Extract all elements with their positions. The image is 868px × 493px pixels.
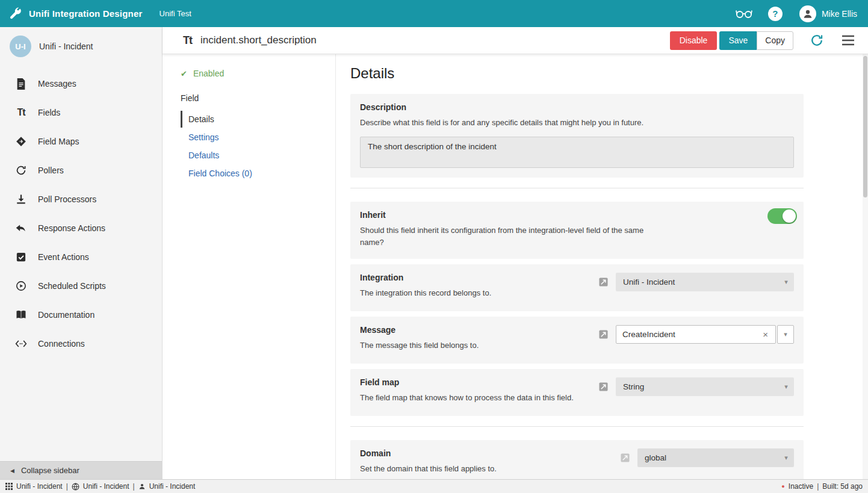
integration-field-card: Integration The integration this record … <box>350 264 804 311</box>
separator: | <box>133 482 135 491</box>
subnav-item-defaults[interactable]: Defaults <box>181 147 335 164</box>
integration-label: Integration <box>360 273 599 282</box>
built-label: Built: 5d ago <box>822 482 863 491</box>
status-link-label: Unifi - Incident <box>83 482 129 491</box>
record-subnav: ✔ Enabled Field Details Settings Default… <box>163 54 336 479</box>
record-title: incident.short_description <box>200 34 317 46</box>
sidebar-item-connections[interactable]: Connections <box>0 329 162 358</box>
integration-header[interactable]: U-I Unifi - Incident <box>0 27 162 64</box>
documentation-icon <box>15 309 27 320</box>
sidebar-item-response-actions[interactable]: Response Actions <box>0 214 162 243</box>
status-link-user[interactable]: Unifi - Incident <box>138 482 196 491</box>
field-maps-icon <box>15 136 27 147</box>
glasses-icon[interactable] <box>736 8 752 19</box>
sidebar-item-label: Documentation <box>38 310 95 320</box>
vertical-scrollbar <box>863 54 868 479</box>
description-field-card: Description Describe what this field is … <box>350 94 804 178</box>
sidebar-item-label: Field Maps <box>38 137 79 146</box>
sidebar-item-scheduled-scripts[interactable]: Scheduled Scripts <box>0 271 162 300</box>
section-divider <box>350 188 804 188</box>
fields-icon: Tt <box>15 107 27 118</box>
domain-value: global <box>645 453 666 462</box>
message-value: CreateIncident <box>622 330 675 339</box>
clear-icon[interactable]: × <box>761 329 769 340</box>
sidebar-item-fields[interactable]: Tt Fields <box>0 98 162 127</box>
sidebar-item-pollers[interactable]: Pollers <box>0 156 162 185</box>
sidebar-item-label: Fields <box>38 108 60 117</box>
status-link-environment[interactable]: Unifi - Incident <box>72 482 129 491</box>
main-panel: Tt incident.short_description Disable Sa… <box>163 27 868 479</box>
inherit-help: Should this field inherit its configurat… <box>360 225 649 249</box>
collapse-arrow-icon: ◀ <box>10 468 14 474</box>
refresh-icon[interactable] <box>810 34 823 47</box>
field-map-value: String <box>623 382 644 391</box>
messages-icon <box>15 78 27 90</box>
field-type-icon: Tt <box>183 34 192 47</box>
scheduled-scripts-icon <box>15 281 27 291</box>
status-bar-left: Unifi - Incident | Unifi - Incident | Un… <box>5 482 195 491</box>
app-title: Unifi Integration Designer <box>29 8 143 19</box>
inherit-toggle[interactable] <box>767 208 797 224</box>
enabled-status: ✔ Enabled <box>181 69 335 78</box>
user-name[interactable]: Mike Ellis <box>822 9 857 19</box>
message-combobox[interactable]: CreateIncident × ▾ <box>616 325 794 344</box>
help-icon[interactable]: ? <box>768 7 783 21</box>
sidebar-item-event-actions[interactable]: Event Actions <box>0 243 162 271</box>
save-button[interactable]: Save <box>719 31 757 50</box>
status-bar-right: ● Inactive | Built: 5d ago <box>781 482 863 491</box>
event-actions-icon <box>15 252 27 262</box>
message-field-card: Message The message this field belongs t… <box>350 317 804 364</box>
sidebar-item-label: Event Actions <box>38 252 89 262</box>
separator: | <box>817 482 819 491</box>
status-link-integration[interactable]: Unifi - Incident <box>5 482 63 491</box>
field-map-open-record-icon[interactable] <box>599 382 608 391</box>
message-label: Message <box>360 325 599 335</box>
domain-open-record-icon[interactable] <box>621 453 630 462</box>
environment-link[interactable]: Unifi Test <box>160 9 191 18</box>
message-dropdown-button[interactable]: ▾ <box>777 325 794 344</box>
field-map-help: The field map that knows how to process … <box>360 392 599 404</box>
sidebar-item-messages[interactable]: Messages <box>0 69 162 98</box>
record-header: Tt incident.short_description Disable Sa… <box>163 27 868 54</box>
integration-open-record-icon[interactable] <box>599 278 608 287</box>
field-map-field-card: Field map The field map that knows how t… <box>350 369 804 416</box>
connections-icon <box>15 339 27 349</box>
message-open-record-icon[interactable] <box>599 330 608 339</box>
separator: | <box>66 482 68 491</box>
sidebar-item-label: Messages <box>38 79 76 88</box>
sidebar-menu: Messages Tt Fields Field Maps Pollers Po… <box>0 64 162 461</box>
details-form: Details Description Describe what this f… <box>336 54 868 479</box>
subnav-item-settings[interactable]: Settings <box>181 129 335 146</box>
response-actions-icon <box>15 223 27 234</box>
sidebar-item-poll-processors[interactable]: Poll Processors <box>0 185 162 214</box>
sidebar-item-documentation[interactable]: Documentation <box>0 300 162 329</box>
domain-field-card: Domain Set the domain that this field ap… <box>350 440 804 479</box>
integration-help: The integration this record belongs to. <box>360 287 599 299</box>
sidebar-item-field-maps[interactable]: Field Maps <box>0 127 162 156</box>
copy-button[interactable]: Copy <box>757 31 793 50</box>
person-icon <box>138 483 146 490</box>
collapse-sidebar-label: Collapse sidebar <box>21 466 79 475</box>
integration-value: Unifi - Incident <box>623 278 675 287</box>
section-divider <box>350 426 804 427</box>
description-help: Describe what this field is for and any … <box>360 117 794 129</box>
disable-button[interactable]: Disable <box>670 31 718 50</box>
subnav-item-details[interactable]: Details <box>181 111 335 128</box>
user-avatar[interactable] <box>799 5 816 22</box>
globe-icon <box>72 483 79 491</box>
scrollbar-thumb[interactable] <box>863 56 867 197</box>
sidebar-item-label: Connections <box>38 339 85 349</box>
message-help: The message this field belongs to. <box>360 340 599 352</box>
collapse-sidebar-button[interactable]: ◀ Collapse sidebar <box>0 461 162 479</box>
chevron-down-icon: ▾ <box>778 454 794 462</box>
pollers-icon <box>15 165 27 176</box>
subnav-item-field-choices[interactable]: Field Choices (0) <box>181 165 335 182</box>
sidebar-item-label: Pollers <box>38 166 64 175</box>
status-link-label: Unifi - Incident <box>149 482 196 491</box>
menu-icon[interactable] <box>842 35 855 46</box>
toggle-knob <box>783 209 796 223</box>
integration-select: Unifi - Incident ▾ <box>616 273 794 291</box>
message-combobox-field[interactable]: CreateIncident × <box>616 325 776 344</box>
sidebar-item-label: Response Actions <box>38 223 105 233</box>
integration-name: Unifi - Incident <box>39 42 93 51</box>
